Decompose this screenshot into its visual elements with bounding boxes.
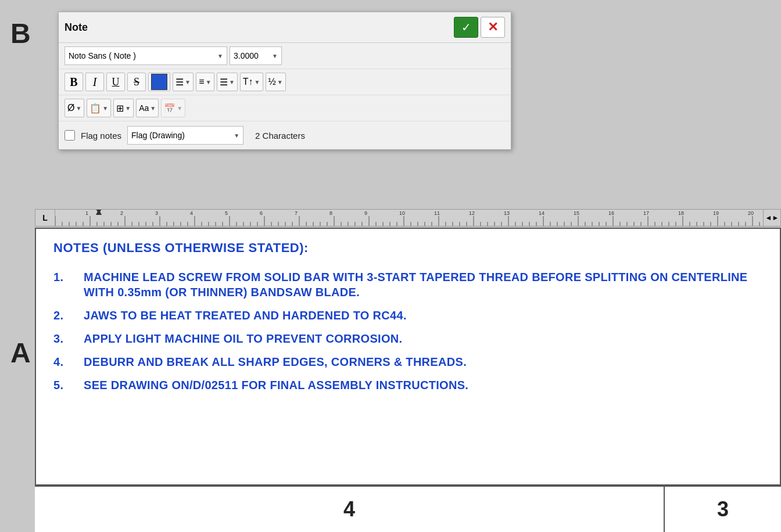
svg-text:12: 12 — [469, 210, 475, 216]
italic-button[interactable]: I — [85, 73, 104, 91]
notes-list: MACHINE LEAD SCREW FROM SOLID BAR WITH 3… — [53, 269, 762, 393]
color-button[interactable] — [148, 73, 170, 91]
svg-text:3: 3 — [155, 210, 158, 216]
formatting-row-1: B I U S ☰ ▼ ≡ ▼ ☰ ▼ T↑ ▼ ½ — [59, 69, 511, 95]
list-item-text: APPLY LIGHT MACHINE OIL TO PREVENT CORRO… — [84, 331, 402, 346]
svg-text:8: 8 — [329, 210, 332, 216]
underline-button[interactable]: U — [106, 73, 125, 91]
date-icon: 📅 — [164, 103, 175, 114]
font-family-value: Noto Sans ( Note ) — [69, 51, 136, 60]
flag-dropdown[interactable]: Flag (Drawing) ▼ — [127, 126, 243, 145]
align-icon: ≡ — [199, 77, 204, 87]
flag-dropdown-chevron: ▼ — [234, 132, 239, 139]
list-button[interactable]: ☰ ▼ — [217, 73, 238, 91]
svg-text:5: 5 — [225, 210, 228, 216]
list-item: JAWS TO BE HEAT TREATED AND HARDENED TO … — [53, 308, 762, 323]
ruler-svg: 1234567891011121314151617181920 — [55, 209, 763, 227]
bottom-left-label: 4 — [343, 497, 355, 522]
date-button[interactable]: 📅 ▼ — [161, 99, 185, 117]
list-item-text: DEBURR AND BREAK ALL SHARP EDGES, CORNER… — [84, 354, 467, 369]
superscript-icon: T↑ — [243, 77, 253, 87]
font-tools-chevron: ▼ — [150, 105, 156, 112]
font-size-chevron: ▼ — [272, 53, 278, 59]
color-swatch — [151, 74, 167, 90]
svg-text:11: 11 — [434, 210, 440, 216]
list-item: DEBURR AND BREAK ALL SHARP EDGES, CORNER… — [53, 354, 762, 369]
svg-text:7: 7 — [295, 210, 298, 216]
flag-row: Flag notes Flag (Drawing) ▼ 2 Characters — [59, 121, 511, 149]
list-item-text: SEE DRAWING ON/D/02511 FOR FINAL ASSEMBL… — [84, 378, 468, 393]
ruler-cursor — [96, 209, 102, 214]
svg-text:6: 6 — [260, 210, 263, 216]
list-item: SEE DRAWING ON/D/02511 FOR FINAL ASSEMBL… — [53, 378, 762, 393]
list-item-text: JAWS TO BE HEAT TREATED AND HARDENED TO … — [84, 308, 407, 323]
svg-text:15: 15 — [574, 210, 579, 216]
diameter-button[interactable]: Ø ▼ — [65, 99, 84, 117]
note-titlebar: Note ✓ ✕ — [59, 12, 511, 43]
list-item-text: MACHINE LEAD SCREW FROM SOLID BAR WITH 3… — [84, 269, 762, 300]
svg-text:13: 13 — [504, 210, 510, 216]
ruler-l-button[interactable]: L — [35, 209, 55, 227]
superscript-chevron: ▼ — [255, 79, 260, 85]
svg-text:14: 14 — [539, 210, 544, 216]
title-buttons: ✓ ✕ — [454, 17, 505, 38]
svg-text:2: 2 — [120, 210, 123, 216]
diameter-label: Ø — [67, 103, 74, 113]
svg-text:18: 18 — [678, 210, 684, 216]
ruler-marks: 1234567891011121314151617181920 — [55, 209, 763, 227]
dialog-title: Note — [65, 21, 88, 34]
ruler-nav-icon: ◄► — [765, 214, 779, 222]
bottom-area: 4 3 — [35, 486, 781, 532]
font-tools-icon: Aa — [139, 103, 149, 113]
align-chevron: ▼ — [206, 79, 212, 85]
list-item: MACHINE LEAD SCREW FROM SOLID BAR WITH 3… — [53, 269, 762, 300]
label-a: A — [10, 337, 31, 369]
bottom-left-cell: 4 — [35, 487, 665, 532]
insert-chevron: ▼ — [125, 105, 131, 112]
char-count: 2 Characters — [255, 131, 305, 141]
ruler-nav-button[interactable]: ◄► — [763, 209, 780, 227]
note-dialog: Note ✓ ✕ Noto Sans ( Note ) ▼ 3.0000 ▼ B… — [58, 12, 511, 150]
bottom-right-label: 3 — [717, 497, 729, 522]
cancel-button[interactable]: ✕ — [481, 17, 505, 38]
paste-chevron: ▼ — [102, 105, 108, 112]
svg-text:4: 4 — [190, 210, 193, 216]
list-item: APPLY LIGHT MACHINE OIL TO PREVENT CORRO… — [53, 331, 762, 346]
svg-text:10: 10 — [399, 210, 405, 216]
fraction-chevron: ▼ — [277, 79, 283, 85]
list-chevron: ▼ — [229, 79, 235, 85]
insert-symbol-icon: ⊞ — [116, 103, 124, 114]
paste-special-button[interactable]: 📋 ▼ — [87, 99, 111, 117]
font-size-select[interactable]: 3.0000 ▼ — [230, 46, 282, 65]
formatting-row-2: Ø ▼ 📋 ▼ ⊞ ▼ Aa ▼ 📅 ▼ — [59, 95, 511, 121]
align-button[interactable]: ≡ ▼ — [196, 73, 214, 91]
font-family-select[interactable]: Noto Sans ( Note ) ▼ — [65, 46, 227, 65]
content-area: NOTES (UNLESS OTHERWISE STATED): MACHINE… — [35, 228, 781, 486]
confirm-button[interactable]: ✓ — [454, 17, 478, 38]
svg-text:9: 9 — [364, 210, 367, 216]
bottom-right-cell: 3 — [665, 487, 781, 532]
svg-text:19: 19 — [713, 210, 719, 216]
date-chevron: ▼ — [177, 105, 182, 112]
label-b: B — [10, 17, 31, 49]
bold-button[interactable]: B — [65, 73, 83, 91]
flag-notes-checkbox[interactable] — [65, 130, 75, 141]
line-spacing-chevron: ▼ — [185, 79, 191, 85]
strikethrough-button[interactable]: S — [127, 73, 146, 91]
superscript-button[interactable]: T↑ ▼ — [240, 73, 263, 91]
svg-text:17: 17 — [643, 210, 649, 216]
font-toolbar-row: Noto Sans ( Note ) ▼ 3.0000 ▼ — [59, 43, 511, 69]
svg-text:16: 16 — [608, 210, 614, 216]
flag-notes-label: Flag notes — [81, 131, 121, 141]
font-family-chevron: ▼ — [217, 53, 223, 59]
italic-label: I — [93, 76, 97, 89]
underline-label: U — [112, 76, 120, 88]
list-icon: ☰ — [220, 77, 228, 88]
line-spacing-icon: ☰ — [175, 77, 184, 88]
line-spacing-button[interactable]: ☰ ▼ — [173, 73, 194, 91]
strike-label: S — [134, 76, 139, 88]
font-tools-button[interactable]: Aa ▼ — [136, 99, 159, 117]
insert-symbol-button[interactable]: ⊞ ▼ — [113, 99, 134, 117]
flag-dropdown-value: Flag (Drawing) — [131, 131, 185, 140]
fraction-button[interactable]: ½ ▼ — [266, 73, 286, 91]
